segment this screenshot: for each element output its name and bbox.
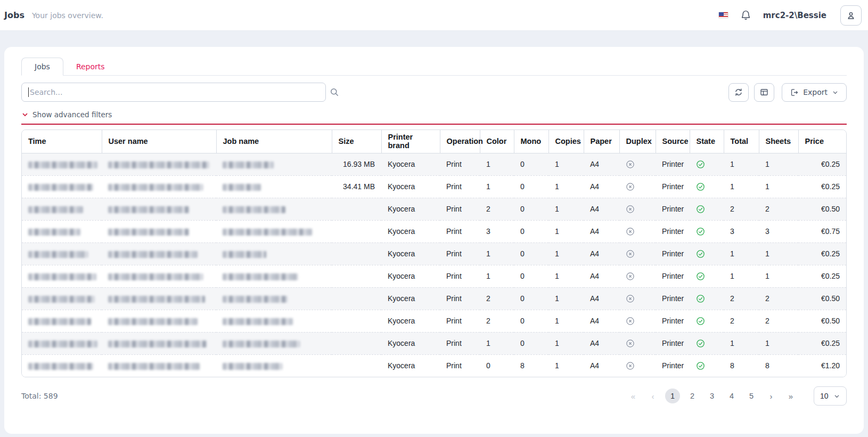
table-row[interactable]: Kyocera Print 1 0 1 A4 Printer 1 1 € bbox=[22, 265, 846, 287]
cell-operation: Print bbox=[440, 242, 480, 265]
text-caret bbox=[28, 87, 29, 97]
column-header-operation[interactable]: Operation bbox=[440, 130, 480, 153]
pagination-first-button[interactable]: « bbox=[626, 389, 641, 403]
cell-color: 1 bbox=[480, 175, 514, 198]
column-header-jobname[interactable]: Job name bbox=[216, 130, 332, 153]
column-header-printer-brand[interactable]: Printer brand bbox=[381, 130, 440, 153]
table-row[interactable]: 34.41 MB Kyocera Print 1 0 1 A4 Printer bbox=[22, 175, 846, 198]
column-header-size[interactable]: Size bbox=[332, 130, 381, 153]
table-row[interactable]: 16.93 MB Kyocera Print 1 0 1 A4 Printer bbox=[22, 153, 846, 175]
column-header-copies[interactable]: Copies bbox=[548, 130, 584, 153]
show-advanced-filters-toggle[interactable]: Show advanced filters bbox=[21, 110, 112, 119]
cell-operation: Print bbox=[440, 265, 480, 287]
username-value-redacted bbox=[108, 251, 198, 258]
table-row[interactable]: Kyocera Print 2 0 1 A4 Printer 2 2 € bbox=[22, 287, 846, 310]
cell-price: €0.75 bbox=[798, 220, 846, 242]
pagination-next-button[interactable]: › bbox=[764, 389, 779, 403]
refresh-icon bbox=[734, 87, 743, 97]
cell-operation: Print bbox=[440, 220, 480, 242]
cell-operation: Print bbox=[440, 175, 480, 198]
cell-sheets: 1 bbox=[759, 175, 798, 198]
table-row[interactable]: Kyocera Print 2 0 1 A4 Printer 2 2 € bbox=[22, 198, 846, 220]
cell-color: 1 bbox=[480, 265, 514, 287]
pagination-page-2[interactable]: 2 bbox=[685, 389, 700, 403]
jobname-value-redacted bbox=[223, 318, 293, 325]
time-value-redacted bbox=[28, 184, 93, 191]
cell-total: 1 bbox=[724, 265, 759, 287]
state-success-icon bbox=[696, 182, 717, 191]
column-header-state[interactable]: State bbox=[690, 130, 724, 153]
duplex-off-icon bbox=[626, 249, 649, 258]
column-header-source[interactable]: Source bbox=[656, 130, 690, 153]
column-header-price[interactable]: Price bbox=[798, 130, 846, 153]
cell-size bbox=[332, 265, 381, 287]
table-body: 16.93 MB Kyocera Print 1 0 1 A4 Printer bbox=[22, 153, 846, 377]
cell-paper: A4 bbox=[584, 287, 619, 310]
search-icon[interactable] bbox=[329, 87, 340, 98]
cell-size bbox=[332, 310, 381, 332]
time-value-redacted bbox=[28, 318, 91, 325]
cell-total: 8 bbox=[724, 354, 759, 377]
state-success-icon bbox=[696, 249, 717, 258]
column-header-duplex[interactable]: Duplex bbox=[619, 130, 656, 153]
cell-total: 2 bbox=[724, 198, 759, 220]
cell-sheets: 2 bbox=[759, 198, 798, 220]
cell-state bbox=[690, 242, 724, 265]
page-subtitle: Your jobs overview. bbox=[32, 11, 103, 20]
table-row[interactable]: Kyocera Print 1 0 1 A4 Printer 1 1 € bbox=[22, 332, 846, 354]
tab-reports[interactable]: Reports bbox=[63, 58, 118, 75]
user-menu-button[interactable] bbox=[840, 5, 862, 26]
cell-time bbox=[22, 242, 102, 265]
column-header-paper[interactable]: Paper bbox=[584, 130, 619, 153]
cell-paper: A4 bbox=[584, 310, 619, 332]
column-header-time[interactable]: Time bbox=[22, 130, 102, 153]
column-header-total[interactable]: Total bbox=[724, 130, 759, 153]
filters-toggle-label: Show advanced filters bbox=[32, 110, 112, 119]
table-row[interactable]: Kyocera Print 2 0 1 A4 Printer 2 2 € bbox=[22, 310, 846, 332]
cell-paper: A4 bbox=[584, 332, 619, 354]
search-input[interactable] bbox=[21, 83, 326, 102]
cell-username bbox=[102, 198, 216, 220]
table-row[interactable]: Kyocera Print 3 0 1 A4 Printer 3 3 € bbox=[22, 220, 846, 242]
pagination-page-1[interactable]: 1 bbox=[665, 389, 680, 403]
cell-color: 2 bbox=[480, 198, 514, 220]
column-header-username[interactable]: User name bbox=[102, 130, 216, 153]
cell-duplex bbox=[619, 287, 656, 310]
cell-username bbox=[102, 265, 216, 287]
tab-jobs[interactable]: Jobs bbox=[21, 58, 63, 76]
table-row[interactable]: Kyocera Print 1 0 1 A4 Printer 1 1 € bbox=[22, 242, 846, 265]
state-success-icon bbox=[696, 160, 717, 169]
cell-duplex bbox=[619, 153, 656, 175]
cell-color: 1 bbox=[480, 332, 514, 354]
cell-price: €0.25 bbox=[798, 332, 846, 354]
column-header-mono[interactable]: Mono bbox=[514, 130, 548, 153]
notifications-bell-icon[interactable] bbox=[740, 10, 751, 21]
page-title: Jobs bbox=[4, 10, 24, 20]
cell-time bbox=[22, 287, 102, 310]
pagination-last-button[interactable]: » bbox=[783, 389, 798, 403]
column-header-color[interactable]: Color bbox=[480, 130, 514, 153]
language-flag-icon[interactable] bbox=[718, 12, 728, 19]
cell-state bbox=[690, 198, 724, 220]
cell-sheets: 8 bbox=[759, 354, 798, 377]
time-value-redacted bbox=[28, 341, 97, 347]
pagination: « ‹ 1 2 3 4 5 › » 10 bbox=[626, 386, 847, 406]
pagination-prev-button[interactable]: ‹ bbox=[645, 389, 660, 403]
pagination-page-4[interactable]: 4 bbox=[724, 389, 739, 403]
username-value-redacted bbox=[108, 184, 203, 191]
cell-size bbox=[332, 332, 381, 354]
cell-state bbox=[690, 332, 724, 354]
duplex-off-icon bbox=[626, 272, 649, 281]
state-success-icon bbox=[696, 361, 717, 370]
pagination-page-5[interactable]: 5 bbox=[744, 389, 759, 403]
page-size-select[interactable]: 10 bbox=[814, 386, 847, 406]
pagination-page-3[interactable]: 3 bbox=[705, 389, 719, 403]
column-header-sheets[interactable]: Sheets bbox=[759, 130, 798, 153]
refresh-button[interactable] bbox=[728, 83, 749, 102]
cell-duplex bbox=[619, 265, 656, 287]
export-button[interactable]: Export bbox=[782, 83, 847, 102]
cell-printer-brand: Kyocera bbox=[381, 242, 440, 265]
column-settings-button[interactable] bbox=[754, 83, 774, 102]
table-row[interactable]: Kyocera Print 0 8 1 A4 Printer 8 8 € bbox=[22, 354, 846, 377]
duplex-off-icon bbox=[626, 227, 649, 236]
